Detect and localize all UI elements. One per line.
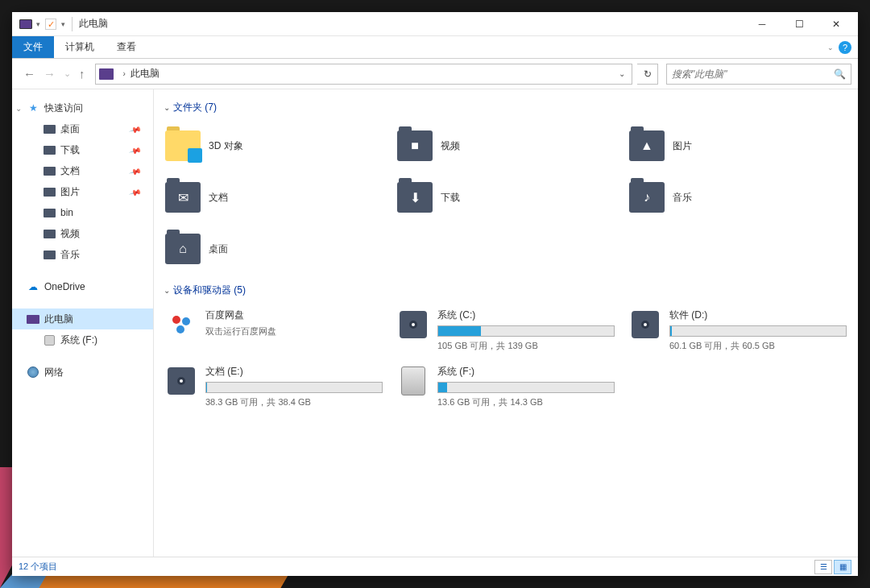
devices-section-header[interactable]: ⌄ 设备和驱动器 (5): [164, 284, 850, 297]
minimize-button[interactable]: ─: [744, 12, 781, 36]
folder-item[interactable]: ✉文档: [162, 174, 386, 221]
folder-label: 音乐: [673, 191, 692, 205]
capacity-bar: [437, 382, 615, 393]
drive-item[interactable]: 软件 (D:)60.1 GB 可用，共 60.5 GB: [626, 305, 850, 355]
search-input[interactable]: [672, 68, 834, 80]
pin-icon: 📌: [129, 143, 142, 156]
tiles-view-button[interactable]: ▦: [834, 560, 851, 574]
drive-name: 系统 (C:): [437, 308, 615, 322]
ribbon-tab-computer[interactable]: 计算机: [54, 36, 106, 58]
sidebar-item-label: 桌面: [60, 122, 80, 136]
disk-icon: [632, 311, 659, 338]
folder-icon: [43, 122, 56, 135]
drive-name: 百度网盘: [205, 308, 383, 322]
sidebar-item-label: 音乐: [60, 248, 80, 262]
folder-icon: ▲: [629, 130, 665, 161]
sidebar-item-label: bin: [60, 207, 73, 218]
drive-item[interactable]: 系统 (F:)13.6 GB 可用，共 14.3 GB: [394, 362, 618, 412]
breadcrumb-chevron-icon[interactable]: ›: [118, 69, 130, 78]
address-dropdown-icon[interactable]: ⌄: [615, 69, 628, 78]
drive-name: 软件 (D:): [669, 308, 847, 322]
sidebar-item[interactable]: 文档📌: [12, 160, 153, 181]
close-button[interactable]: ✕: [818, 12, 855, 36]
folder-icon: [43, 164, 56, 177]
maximize-button[interactable]: ☐: [781, 12, 818, 36]
qat-more-icon[interactable]: ▾: [61, 20, 65, 28]
sidebar-item-label: 视频: [60, 227, 80, 241]
folder-icon: [43, 185, 56, 198]
drive-free-text: 60.1 GB 可用，共 60.5 GB: [669, 340, 847, 352]
sidebar-this-pc[interactable]: 此电脑: [12, 308, 153, 329]
help-icon[interactable]: ?: [839, 41, 851, 54]
details-view-button[interactable]: ☰: [814, 560, 832, 574]
drive-item[interactable]: 系统 (C:)105 GB 可用，共 139 GB: [394, 305, 618, 355]
back-button[interactable]: ←: [23, 67, 35, 81]
sidebar-label: 此电脑: [44, 313, 73, 326]
star-icon: ★: [27, 101, 39, 114]
drive-free-text: 13.6 GB 可用，共 14.3 GB: [437, 396, 615, 408]
pc-icon: [27, 313, 39, 325]
folder-label: 3D 对象: [209, 139, 243, 153]
sidebar-item[interactable]: 音乐: [12, 244, 153, 265]
forward-button[interactable]: →: [44, 67, 56, 81]
sidebar-item[interactable]: 图片📌: [12, 181, 153, 202]
removable-drive-icon: [401, 366, 425, 395]
sidebar-item[interactable]: bin: [12, 202, 153, 223]
chevron-down-icon[interactable]: ⌄: [15, 104, 22, 113]
folders-section-header[interactable]: ⌄ 文件夹 (7): [164, 101, 850, 114]
refresh-button[interactable]: ↻: [637, 64, 658, 85]
search-icon[interactable]: 🔍: [834, 68, 846, 80]
sidebar-network[interactable]: 网络: [12, 362, 153, 383]
window-title: 此电脑: [79, 17, 108, 31]
folder-label: 下载: [441, 191, 460, 205]
sidebar-item[interactable]: 下载📌: [12, 139, 153, 160]
disk-icon: [168, 367, 195, 395]
pin-icon: 📌: [129, 122, 142, 135]
properties-icon[interactable]: ✓: [44, 17, 58, 31]
drive-free-text: 38.3 GB 可用，共 38.4 GB: [205, 396, 383, 408]
folder-item[interactable]: ⬇下载: [394, 174, 618, 221]
folder-item[interactable]: ▲图片: [626, 122, 850, 169]
drive-icon: [43, 333, 56, 346]
search-box[interactable]: 🔍: [666, 64, 851, 85]
sidebar-drive-f[interactable]: 系统 (F:): [12, 329, 153, 350]
sidebar-onedrive[interactable]: ☁ OneDrive: [12, 276, 153, 297]
drive-item[interactable]: 百度网盘双击运行百度网盘: [162, 305, 386, 355]
capacity-bar: [205, 382, 383, 393]
ribbon-tab-view[interactable]: 查看: [106, 36, 147, 58]
folder-item[interactable]: ♪音乐: [626, 174, 850, 221]
capacity-bar: [437, 325, 615, 337]
svg-point-2: [176, 325, 184, 333]
address-text: 此电脑: [130, 67, 615, 81]
folder-item[interactable]: 3D 对象: [162, 122, 386, 169]
address-bar[interactable]: › 此电脑 ⌄: [95, 64, 633, 85]
drive-name: 系统 (F:): [437, 365, 615, 379]
disk-icon: [400, 311, 427, 338]
sidebar-item[interactable]: 视频: [12, 223, 153, 244]
svg-point-1: [182, 317, 190, 325]
folder-item[interactable]: ■视频: [394, 122, 618, 169]
recent-dropdown-icon[interactable]: ⌄: [64, 68, 71, 79]
ribbon-expand-icon[interactable]: ⌄: [827, 43, 834, 52]
folder-item[interactable]: ⌂桌面: [162, 226, 386, 272]
sidebar-item[interactable]: 桌面📌: [12, 118, 153, 139]
sidebar-label: 网络: [44, 366, 64, 379]
folder-icon: ■: [397, 130, 433, 161]
folder-icon: [43, 248, 56, 261]
qat-dropdown-icon[interactable]: ▾: [36, 20, 40, 28]
folder-icon: ⌂: [165, 234, 201, 264]
sidebar-item-label: 图片: [60, 185, 80, 199]
ribbon-tab-file[interactable]: 文件: [12, 36, 54, 58]
baidu-icon: [168, 311, 195, 338]
up-button[interactable]: ↑: [79, 67, 85, 81]
chevron-down-icon: ⌄: [164, 103, 170, 112]
sidebar-label: 快速访问: [44, 101, 83, 115]
sidebar-quick-access[interactable]: ⌄ ★ 快速访问: [12, 97, 153, 118]
drive-item[interactable]: 文档 (E:)38.3 GB 可用，共 38.4 GB: [162, 362, 386, 412]
explorer-window: ▾ ✓ ▾ 此电脑 ─ ☐ ✕ 文件 计算机 查看 ⌄ ? ← → ⌄ ↑ ›: [12, 12, 858, 576]
folder-label: 文档: [209, 191, 228, 205]
drive-sub: 双击运行百度网盘: [205, 325, 383, 337]
sidebar-item-label: 文档: [60, 164, 80, 178]
content-area: ⌄ 文件夹 (7) 3D 对象■视频▲图片✉文档⬇下载♪音乐⌂桌面 ⌄ 设备和驱…: [154, 89, 858, 557]
location-icon: [99, 68, 114, 80]
